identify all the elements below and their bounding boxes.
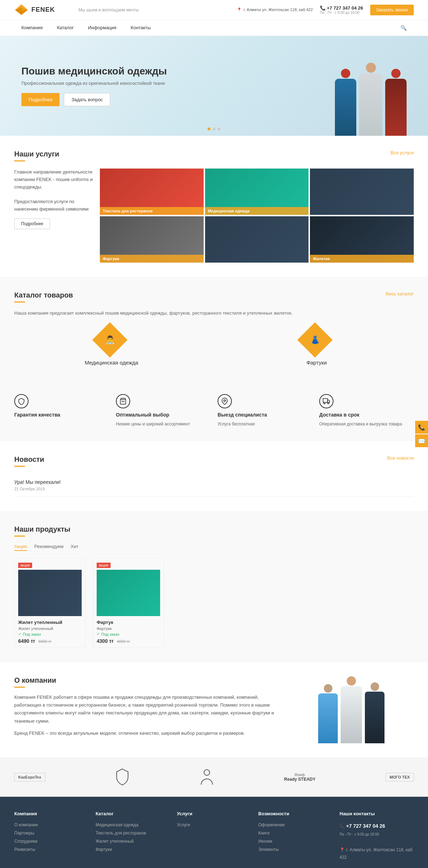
header-phone[interactable]: 📞 +7 727 347 04 26 Пн - Пт : с 9:00 до 1…: [313, 5, 370, 15]
float-email-icon[interactable]: ✉️: [415, 434, 428, 447]
logo-brand-text: FENEK: [31, 6, 55, 14]
feature-delivery-desc: Оперативная доставка и выгрузка товара: [319, 421, 402, 427]
dot-2[interactable]: [213, 128, 215, 130]
footer-link-books[interactable]: Книги: [258, 831, 269, 836]
news-all-link[interactable]: Все новости: [387, 455, 414, 461]
phone-icon: 📞: [320, 5, 326, 11]
svg-point-8: [327, 402, 329, 404]
news-item-1-date: 21 Октября 2019: [14, 487, 414, 491]
footer-link-icons[interactable]: Иконки: [258, 839, 272, 844]
service-label-4: Фартуки: [100, 255, 204, 263]
footer-contact-info: 📞 +7 727 347 04 26 Пн - Пт : с 9:00 до 1…: [340, 822, 414, 868]
product-badge-2: акция: [97, 563, 111, 568]
about-section: О компании Компания FENEK работает в сфе…: [0, 662, 428, 758]
footer-link-vest[interactable]: Жилет утепленный: [96, 839, 134, 844]
service-card-5[interactable]: [205, 216, 309, 263]
tab-hit[interactable]: Хит: [71, 544, 78, 551]
footer-link-elements[interactable]: Элементы: [258, 847, 279, 852]
service-card-3[interactable]: [310, 169, 414, 215]
product-cat-1: Жилет утепленный: [18, 626, 82, 631]
news-item-1-title[interactable]: Ура! Мы переехали!: [14, 479, 414, 485]
about-text-area: О компании Компания FENEK работает в сфе…: [14, 676, 278, 737]
product-avail-1: ✓ Под заказ: [18, 632, 82, 636]
partner-ready-steady[interactable]: Ready Ready STEADY: [284, 773, 315, 782]
catalog-item-aprons[interactable]: 👗 Фартуки: [219, 327, 414, 366]
hero-buttons: Подробнее Задать вопрос: [21, 93, 407, 106]
about-people: [318, 676, 384, 743]
service-label-1: Текстиль для ресторанов: [100, 207, 204, 215]
footer-link-about[interactable]: О компании: [14, 822, 38, 827]
partners-grid: KazExpoTex Ready Ready STEADY МОГО ТЕХ: [14, 768, 414, 786]
services-more-button[interactable]: Подробнее: [14, 218, 50, 229]
tab-akcia[interactable]: Акция: [14, 544, 27, 551]
footer-services-title: Услуги: [177, 811, 251, 816]
footer-phone[interactable]: 📞 +7 727 347 04 26 Пн - Пт : с 9:00 до 1…: [340, 822, 414, 838]
footer-link-services[interactable]: Услуги: [177, 822, 190, 827]
services-description: Главное направление деятельности компани…: [14, 169, 93, 213]
footer-link-requisites[interactable]: Реквизиты: [14, 847, 35, 852]
product-title-2: Фартук: [97, 620, 160, 625]
feature-quality-title: Гарантия качества: [14, 412, 60, 418]
hero-detail-button[interactable]: Подробнее: [21, 93, 60, 106]
service-card-4[interactable]: Фартуки: [100, 216, 204, 263]
hero-question-button[interactable]: Задать вопрос: [64, 93, 110, 106]
footer-link-restaurant[interactable]: Текстиль для ресторанов: [96, 831, 146, 836]
product-cat-2: Фартуки: [97, 626, 160, 631]
feature-specialist-title: Выезд специалиста: [218, 412, 267, 418]
product-title-1: Жилет утепленный: [18, 620, 82, 625]
catalog-grid: 👨‍⚕️ Медицинская одежда 👗 Фартуки: [14, 327, 414, 366]
search-icon: 🔍: [401, 25, 407, 31]
services-all-link[interactable]: Все услуги: [391, 150, 414, 155]
footer-grid: Компания О компании Партнеры Сотрудники …: [14, 811, 414, 868]
footer: Компания О компании Партнеры Сотрудники …: [0, 797, 428, 868]
footer-company-title: Компания: [14, 811, 88, 816]
product-card-1[interactable]: акция Жилет утепленный Жилет утепленный …: [14, 558, 86, 648]
partner-person-icon: [200, 768, 214, 786]
nav-item-contacts[interactable]: Контакты: [123, 20, 158, 35]
footer-link-medical[interactable]: Медицинская одежда: [96, 822, 138, 827]
partner-ready-steady-logo: Ready Ready STEADY: [284, 773, 315, 782]
partner-kazexpotex[interactable]: KazExpoTex: [14, 773, 45, 781]
footer-link-design[interactable]: Оформление: [258, 822, 285, 827]
callback-button[interactable]: Заказать звонок: [370, 5, 414, 15]
feature-delivery: Доставка в срок Оперативная доставка и в…: [319, 394, 414, 427]
footer-catalog-links: Медицинская одежда Текстиль для ресторан…: [96, 822, 170, 852]
services-section: Наши услуги Все услуги Главное направлен…: [0, 136, 428, 277]
footer-link-employees[interactable]: Сотрудники: [14, 839, 37, 844]
footer-contacts-title: Наши контакты: [340, 811, 414, 816]
hero-title: Пошив медицинской одежды: [21, 66, 407, 77]
service-card-1[interactable]: Текстиль для ресторанов: [100, 169, 204, 215]
partner-mogotex-logo: МОГО ТЕХ: [386, 773, 414, 781]
dot-3[interactable]: [218, 128, 220, 130]
product-card-2[interactable]: акция Фартук Фартуки ✓ Под заказ 4300 тг…: [93, 558, 164, 648]
catalog-item-medical[interactable]: 👨‍⚕️ Медицинская одежда: [14, 327, 209, 366]
svg-rect-5: [323, 398, 328, 402]
partner-shield-icon: [115, 768, 129, 786]
nav-item-catalog[interactable]: Каталог: [50, 20, 81, 35]
nav-item-info[interactable]: Информация: [81, 20, 124, 35]
services-grid: Текстиль для ресторанов Медицинская одеж…: [100, 169, 414, 263]
footer-services-links: Услуги: [177, 822, 251, 827]
catalog-item-medical-title: Медицинская одежда: [85, 360, 138, 366]
dot-1[interactable]: [208, 128, 210, 130]
partner-shield[interactable]: [115, 768, 129, 786]
footer-link-partners[interactable]: Партнеры: [14, 831, 34, 836]
partner-person[interactable]: [200, 768, 214, 786]
svg-point-9: [204, 770, 210, 775]
about-person-3: [365, 682, 384, 743]
catalog-all-link[interactable]: Весь каталог: [386, 291, 414, 296]
float-phone-icon[interactable]: 📞: [415, 421, 428, 434]
partners-section: KazExpoTex Ready Ready STEADY МОГО ТЕХ: [0, 758, 428, 797]
service-card-6[interactable]: Жилетки: [310, 216, 414, 263]
tab-recommend[interactable]: Рекомендуем: [34, 544, 63, 551]
service-card-2[interactable]: Медицинская одежда: [205, 169, 309, 215]
catalog-description: Наша компания предлагает комплексный пош…: [14, 310, 414, 317]
footer-link-aprons[interactable]: Фартуки: [96, 847, 112, 852]
logo[interactable]: FENEK: [14, 4, 71, 16]
product-old-price-1: 6600 тг: [39, 639, 52, 644]
partner-mogotex[interactable]: МОГО ТЕХ: [386, 773, 414, 781]
nav-item-company[interactable]: Компания: [14, 20, 50, 35]
svg-point-4: [224, 399, 226, 401]
about-person-2: [341, 676, 362, 743]
search-button[interactable]: 🔍: [393, 20, 414, 36]
